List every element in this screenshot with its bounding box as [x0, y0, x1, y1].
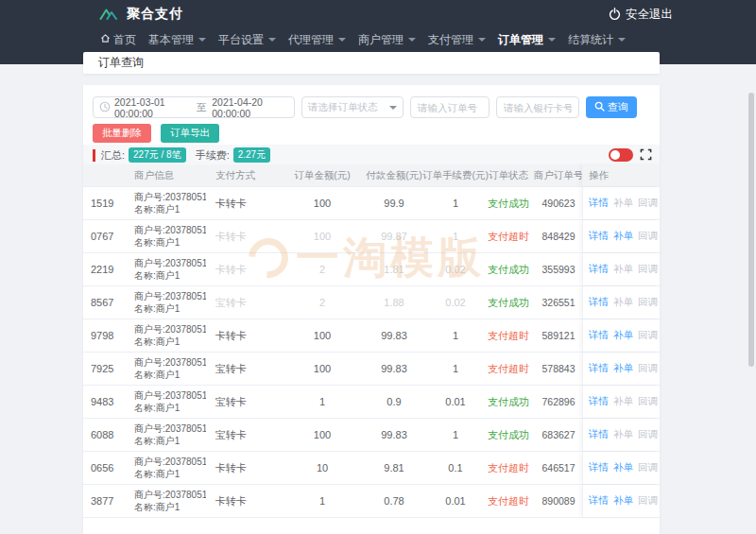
- merchant-order-no-cell: 646517: [535, 452, 582, 484]
- chevron-down-icon: [408, 38, 416, 42]
- order-amount-cell: 100: [285, 419, 359, 451]
- merchant-order-no-cell: 326551: [535, 286, 582, 319]
- nav-item-label: 商户管理: [358, 32, 404, 48]
- order-status-cell: 支付成功: [482, 187, 535, 219]
- orders-table: 商户信息支付方式订单金额(元)付款金额(元)订单手续费(元)订单状态商户订单号操…: [83, 164, 660, 518]
- paid-amount-cell: 99.87: [359, 220, 429, 252]
- detail-link[interactable]: 详情: [589, 461, 609, 474]
- merchant-order-no-cell: 578843: [535, 353, 582, 385]
- merchant-name: 名称:商户1: [134, 336, 206, 348]
- detail-link[interactable]: 详情: [589, 263, 609, 276]
- detail-link[interactable]: 详情: [589, 395, 609, 408]
- detail-link[interactable]: 详情: [589, 428, 609, 441]
- detail-link[interactable]: 详情: [589, 230, 609, 243]
- table-row: 0656商户号:20378051名称:商户1卡转卡109.810.1支付超时64…: [83, 452, 660, 485]
- search-button[interactable]: 查询: [586, 96, 637, 118]
- batch-delete-button[interactable]: 批量删除: [93, 124, 151, 143]
- logout-button[interactable]: 安全退出: [609, 7, 673, 23]
- clock-icon: [99, 101, 111, 114]
- nav-item-7[interactable]: 结算统计: [566, 28, 627, 54]
- callback-link: 回调: [638, 395, 658, 408]
- header-cell: [83, 164, 125, 186]
- table-row: 0767商户号:20378051名称:商户1卡转卡10099.871支付超时84…: [83, 220, 660, 253]
- merchant-info-cell: 商户号:20378051名称:商户1: [125, 253, 206, 285]
- nav-item-2[interactable]: 平台设置: [216, 28, 278, 54]
- brand-title: 聚合支付: [127, 6, 183, 23]
- supplement-link[interactable]: 补单: [613, 362, 633, 375]
- table-row: 7925商户号:20378051名称:商户1宝转卡10099.831支付超时57…: [83, 353, 660, 386]
- home-icon: [100, 33, 111, 46]
- fee-cell: 0.01: [429, 485, 482, 517]
- order-export-button[interactable]: 订单导出: [161, 124, 219, 143]
- fee-cell: 0.02: [429, 253, 482, 285]
- merchant-info-lines: 商户号:20378051名称:商户1: [134, 224, 206, 249]
- order-no-cell: 7925: [83, 353, 125, 385]
- page-title-bar: 订单查询: [83, 52, 660, 74]
- detail-link[interactable]: 详情: [589, 296, 609, 309]
- row-actions-cell: 详情补单回调: [582, 386, 660, 418]
- detail-link[interactable]: 详情: [589, 362, 609, 375]
- detail-link[interactable]: 详情: [589, 329, 609, 342]
- table-display-toggle[interactable]: [609, 148, 633, 162]
- row-actions-cell: 详情补单回调: [582, 485, 660, 517]
- merchant-info-lines: 商户号:20378051名称:商户1: [134, 489, 206, 513]
- table-row: 9483商户号:20378051名称:商户1宝转卡10.90.01支付成功762…: [83, 386, 660, 419]
- status-badge: 支付超时: [488, 494, 529, 508]
- merchant-name: 名称:商户1: [134, 269, 206, 282]
- merchant-info-cell: 商户号:20378051名称:商户1: [125, 187, 206, 219]
- nav-item-5[interactable]: 支付管理: [426, 28, 488, 54]
- status-badge: 支付成功: [488, 296, 529, 310]
- pay-type-cell: 卡转卡: [206, 485, 285, 517]
- chevron-down-icon: [618, 38, 626, 42]
- nav-item-3[interactable]: 代理管理: [286, 28, 348, 54]
- paid-amount-cell: 0.9: [359, 386, 429, 418]
- merchant-no: 商户号:20378051: [134, 456, 206, 468]
- callback-link: 回调: [638, 230, 658, 243]
- supplement-link[interactable]: 补单: [613, 494, 633, 508]
- paid-amount-cell: 1.88: [359, 286, 429, 319]
- merchant-order-no-cell: 490623: [535, 187, 582, 219]
- merchant-info-cell: 商户号:20378051名称:商户1: [125, 485, 206, 517]
- pay-type-cell: 宝转卡: [206, 286, 285, 319]
- row-actions-cell: 详情补单回调: [582, 319, 660, 352]
- callback-link: 回调: [638, 197, 658, 210]
- order-no-cell: 8567: [83, 286, 125, 319]
- order-no-input[interactable]: [410, 96, 490, 118]
- order-status-select[interactable]: 请选择订单状态: [301, 96, 404, 118]
- fullscreen-icon[interactable]: [640, 148, 652, 163]
- bank-card-input[interactable]: [496, 96, 579, 118]
- order-amount-cell: 100: [285, 353, 359, 385]
- status-badge: 支付超时: [488, 329, 529, 343]
- order-status-cell: 支付成功: [482, 286, 535, 319]
- supplement-link[interactable]: 补单: [613, 461, 633, 474]
- nav-item-4[interactable]: 商户管理: [356, 28, 418, 54]
- supplement-link[interactable]: 补单: [613, 230, 633, 243]
- fee-cell: 1: [429, 419, 482, 451]
- table-row: 8567商户号:20378051名称:商户1宝转卡21.880.02支付成功32…: [83, 286, 660, 319]
- merchant-name: 名称:商户1: [134, 468, 206, 480]
- order-no-cell: 2219: [83, 253, 125, 285]
- merchant-no: 商户号:20378051: [134, 323, 206, 336]
- search-button-label: 查询: [608, 100, 628, 114]
- order-amount-cell: 10: [285, 452, 359, 484]
- detail-link[interactable]: 详情: [589, 197, 609, 210]
- header-cell: 商户信息: [125, 164, 206, 186]
- row-actions-cell: 详情补单回调: [582, 419, 660, 451]
- date-range-input[interactable]: 2021-03-01 00:00:00 至 2021-04-20 00:00:0…: [93, 96, 295, 118]
- supplement-link[interactable]: 补单: [613, 329, 633, 342]
- row-actions-cell: 详情补单回调: [582, 220, 660, 252]
- pay-type-cell: 卡转卡: [206, 253, 285, 285]
- detail-link[interactable]: 详情: [589, 494, 609, 508]
- page-scrollbar[interactable]: [748, 93, 754, 367]
- merchant-no: 商户号:20378051: [134, 489, 206, 501]
- summary-accent-bar: [93, 149, 95, 162]
- nav-item-home[interactable]: 首页: [98, 28, 138, 54]
- pay-type-cell: 宝转卡: [206, 419, 285, 451]
- table-row: 6088商户号:20378051名称:商户1宝转卡10099.831支付成功68…: [83, 419, 660, 452]
- logout-label: 安全退出: [626, 7, 673, 23]
- date-separator: 至: [195, 101, 209, 114]
- nav-item-6[interactable]: 订单管理: [496, 28, 558, 54]
- nav-item-1[interactable]: 基本管理: [146, 28, 208, 54]
- merchant-info-cell: 商户号:20378051名称:商户1: [125, 220, 206, 252]
- pay-type-cell: 卡转卡: [206, 187, 285, 219]
